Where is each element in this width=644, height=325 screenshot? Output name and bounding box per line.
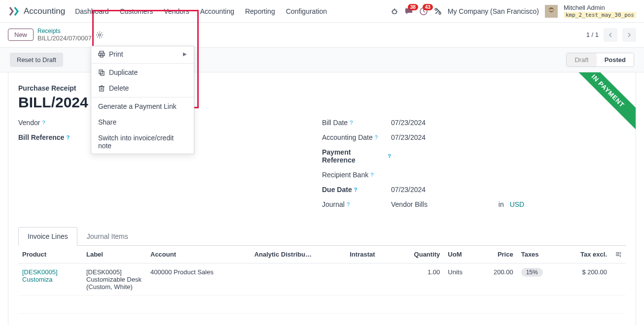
help-icon[interactable]: ? (350, 120, 353, 126)
new-button[interactable]: New (8, 29, 34, 41)
cell-tax-excl[interactable]: $ 200.00 (561, 263, 611, 295)
th-intrastat[interactable]: Intrastat (346, 246, 394, 263)
help-icon[interactable]: ? (370, 172, 373, 178)
help-icon[interactable]: ? (66, 134, 70, 140)
bill-date-value[interactable]: 07/23/2024 (391, 119, 626, 127)
acc-date-value[interactable]: 07/23/2024 (391, 133, 626, 141)
menu-separator (91, 63, 194, 64)
nav-configuration[interactable]: Configuration (286, 7, 327, 15)
activities-badge: 43 (423, 4, 433, 10)
table-row[interactable]: [DESK0005] Customiza [DESK0005] Customiz… (18, 263, 626, 295)
help-icon[interactable]: ? (388, 153, 391, 159)
svg-line-5 (395, 10, 396, 10)
in-label: in (499, 200, 504, 208)
messages-icon[interactable]: 38 (404, 7, 413, 16)
pager-next[interactable] (622, 28, 636, 42)
th-uom[interactable]: UoM (444, 246, 477, 263)
empty-row (18, 313, 626, 325)
app-title[interactable]: Accounting (24, 6, 65, 16)
tab-journal-items[interactable]: Journal Items (77, 227, 138, 245)
user-db: kmp_2_test_may_30_pos (564, 12, 636, 18)
menu-share[interactable]: Share (91, 114, 194, 130)
avatar[interactable] (545, 5, 558, 18)
tax-badge: 15% (521, 268, 543, 277)
nav-reporting[interactable]: Reporting (245, 7, 275, 15)
menu-print[interactable]: Print ▶ (91, 46, 194, 62)
app-logo[interactable] (8, 5, 20, 17)
cell-account[interactable]: 400000 Product Sales (146, 263, 250, 295)
chevron-right-icon: ▶ (183, 51, 187, 57)
print-icon (98, 51, 105, 58)
pager-text[interactable]: 1 / 1 (586, 31, 599, 38)
svg-point-16 (99, 34, 101, 36)
svg-point-11 (435, 8, 437, 10)
th-product[interactable]: Product (18, 246, 82, 263)
th-taxes[interactable]: Taxes (517, 246, 561, 263)
due-date-value[interactable]: 07/23/2024 (391, 186, 626, 194)
breadcrumb-current: BILL/2024/07/0007 (37, 34, 92, 42)
tab-invoice-lines[interactable]: Invoice Lines (18, 227, 77, 246)
empty-row (18, 295, 626, 313)
cell-uom[interactable]: Units (444, 263, 477, 295)
svg-line-10 (424, 11, 425, 12)
cell-analytic[interactable] (250, 263, 346, 295)
nav-dashboard[interactable]: Dashboard (75, 7, 109, 15)
columns-options-icon[interactable] (615, 251, 622, 258)
th-analytic[interactable]: Analytic Distribu… (250, 246, 346, 263)
cell-taxes[interactable]: 15% (517, 263, 561, 295)
user-name: Mitchell Admin (564, 4, 636, 12)
currency[interactable]: USD (510, 200, 525, 208)
cell-quantity[interactable]: 1.00 (394, 263, 444, 295)
th-price[interactable]: Price (477, 246, 517, 263)
gear-icon[interactable] (94, 29, 106, 41)
gear-dropdown: Print ▶ Duplicate Delete Generate a Paym… (91, 46, 194, 154)
help-icon[interactable]: ? (347, 201, 350, 207)
bill-date-label: Bill Date? (322, 119, 391, 127)
help-icon[interactable]: ? (375, 134, 378, 140)
help-icon[interactable]: ? (42, 120, 45, 126)
th-label[interactable]: Label (82, 246, 146, 263)
th-account[interactable]: Account (146, 246, 250, 263)
nav-vendors[interactable]: Vendors (164, 7, 189, 15)
menu-separator (91, 97, 194, 98)
breadcrumb-parent[interactable]: Receipts (37, 28, 92, 34)
reset-to-draft-button[interactable]: Reset to Draft (10, 53, 63, 67)
menu-duplicate[interactable]: Duplicate (91, 65, 194, 80)
company-name[interactable]: My Company (San Francisco) (448, 7, 539, 15)
menu-payment-link[interactable]: Generate a Payment Link (91, 98, 194, 114)
lines-table: Product Label Account Analytic Distribu…… (18, 246, 626, 325)
status-draft[interactable]: Draft (567, 53, 596, 66)
user-block[interactable]: Mitchell Admin kmp_2_test_may_30_pos (564, 4, 636, 18)
vendor-label: Vendor? (18, 119, 87, 127)
menu-delete-label: Delete (109, 84, 129, 92)
menu-switch[interactable]: Switch into invoice/credit note (91, 130, 194, 154)
journal-value[interactable]: Vendor Bills in USD (391, 200, 626, 208)
cell-price[interactable]: 200.00 (477, 263, 517, 295)
pager-prev[interactable] (604, 28, 617, 42)
svg-line-6 (393, 13, 394, 14)
tools-icon[interactable] (434, 7, 442, 15)
pay-ref-label: Payment Reference? (322, 148, 391, 164)
help-icon[interactable]: ? (354, 187, 358, 193)
messages-badge: 38 (408, 4, 418, 10)
bug-icon[interactable] (391, 7, 398, 15)
menu-print-label: Print (109, 50, 123, 58)
journal-label: Journal? (322, 200, 391, 208)
cell-label[interactable]: [DESK0005] Customizable Desk (Custom, Wh… (82, 263, 146, 295)
menu-duplicate-label: Duplicate (109, 68, 138, 76)
menu-delete[interactable]: Delete (91, 80, 194, 96)
activities-icon[interactable]: 43 (419, 7, 428, 16)
nav-accounting[interactable]: Accounting (200, 7, 234, 15)
cell-intrastat[interactable] (346, 263, 394, 295)
tabs: Invoice Lines Journal Items (18, 227, 626, 246)
product-link[interactable]: [DESK0005] Customiza (22, 268, 58, 283)
menu-share-label: Share (98, 118, 116, 126)
svg-rect-15 (549, 9, 553, 11)
acc-date-label: Accounting Date? (322, 133, 391, 141)
nav-customers[interactable]: Customers (120, 7, 153, 15)
th-tax-excl[interactable]: Tax excl. (561, 246, 611, 263)
menu-payment-link-label: Generate a Payment Link (98, 102, 177, 110)
th-quantity[interactable]: Quantity (394, 246, 444, 263)
status-posted[interactable]: Posted (597, 53, 634, 66)
svg-line-4 (393, 10, 394, 10)
